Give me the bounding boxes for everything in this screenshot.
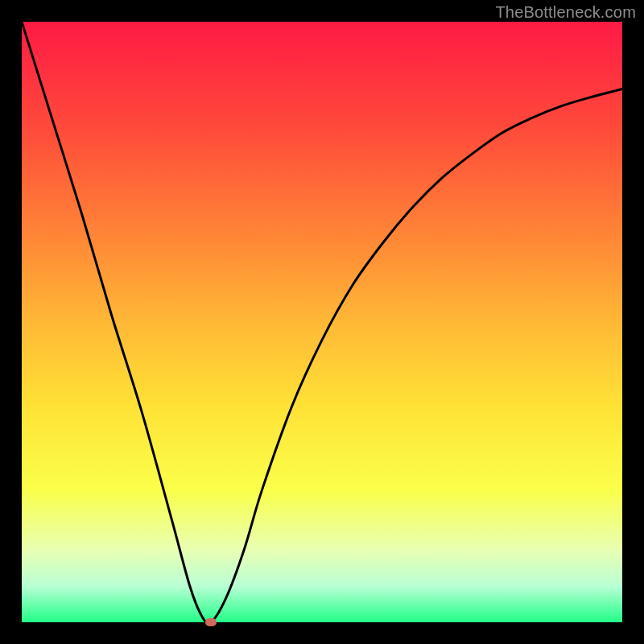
watermark-text: TheBottleneck.com [495,3,636,22]
curve-svg [22,22,622,622]
optimum-marker [205,618,217,626]
plot-area [22,22,622,622]
bottleneck-curve [22,22,622,622]
chart-frame: TheBottleneck.com [0,0,644,644]
